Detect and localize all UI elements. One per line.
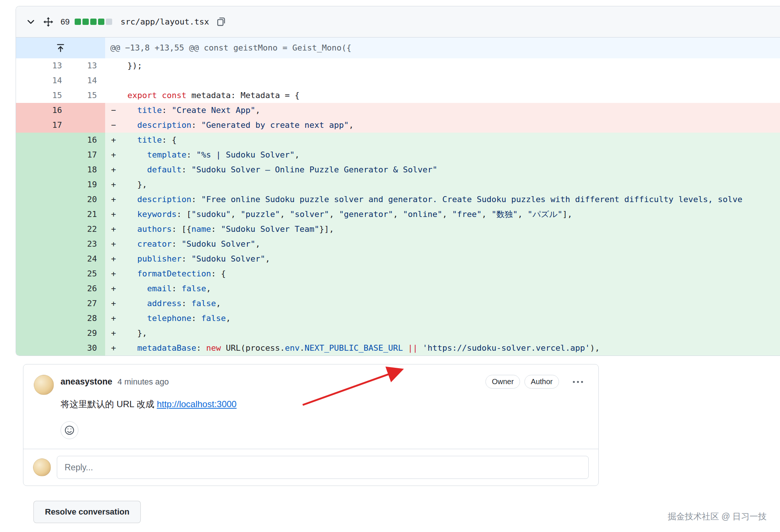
- code-line: keywords: ["sudoku", "puzzle", "solver",…: [127, 207, 780, 222]
- diff-card: 69 src/app/layout.tsx @@ −13,8 +13,55 @@…: [16, 6, 780, 356]
- diff-marker: +: [105, 222, 127, 237]
- diff-row[interactable]: 18+ default: "Sudoku Solver – Online Puz…: [16, 162, 780, 177]
- code-line: metadataBase: new URL(process.env.NEXT_P…: [127, 341, 780, 356]
- diff-row[interactable]: 16+ title: {: [16, 133, 780, 147]
- old-line-number: [16, 192, 72, 207]
- diff-row[interactable]: 22+ authors: [{name: "Sudoku Solver Team…: [16, 222, 780, 237]
- new-line-number: 18: [72, 162, 105, 177]
- old-line-number: [16, 237, 72, 252]
- smiley-icon: [64, 425, 75, 435]
- new-line-number: 26: [72, 281, 105, 296]
- code-line: description: "Free online Sudoku puzzle …: [127, 192, 780, 207]
- diff-marker: +: [105, 266, 127, 281]
- diffstat-square: [75, 19, 81, 25]
- chevron-down-icon: [26, 17, 35, 26]
- new-line-number: 25: [72, 266, 105, 281]
- diff-row[interactable]: 27+ address: false,: [16, 296, 780, 311]
- old-line-number: [16, 281, 72, 296]
- diff-row[interactable]: 25+ formatDetection: {: [16, 266, 780, 281]
- new-line-number: 22: [72, 222, 105, 237]
- comment-badges: OwnerAuthor: [485, 375, 559, 389]
- reply-input[interactable]: [57, 456, 589, 479]
- diff-marker: +: [105, 281, 127, 296]
- reply-section: [23, 449, 598, 486]
- hunk-header-row: @@ −13,8 +13,55 @@ const geistMono = Gei…: [16, 38, 780, 58]
- comment-author[interactable]: aneasystone: [61, 377, 112, 387]
- new-line-number: 29: [72, 326, 105, 341]
- diff-row[interactable]: 30+ metadataBase: new URL(process.env.NE…: [16, 341, 780, 356]
- comment-timestamp[interactable]: 4 minutes ago: [117, 377, 169, 387]
- collapse-file-button[interactable]: [26, 17, 36, 27]
- page: 69 src/app/layout.tsx @@ −13,8 +13,55 @@…: [0, 0, 780, 532]
- add-reaction-button[interactable]: [61, 421, 78, 439]
- comment: aneasystone 4 minutes ago OwnerAuthor 将这…: [23, 364, 598, 449]
- badge-owner: Owner: [485, 375, 520, 389]
- move-arrows-icon: [43, 17, 53, 27]
- diff-row[interactable]: 26+ email: false,: [16, 281, 780, 296]
- code-line: email: false,: [127, 281, 780, 296]
- old-line-number: [16, 311, 72, 326]
- diff-row[interactable]: 21+ keywords: ["sudoku", "puzzle", "solv…: [16, 207, 780, 222]
- old-line-number: [16, 222, 72, 237]
- diff-marker: +: [105, 177, 127, 192]
- new-line-number: 15: [72, 88, 105, 103]
- diff-row[interactable]: 1313});: [16, 58, 780, 73]
- old-line-number: [16, 266, 72, 281]
- old-line-number: [16, 133, 72, 147]
- diff-row[interactable]: 17+ template: "%s | Sudoku Solver",: [16, 147, 780, 162]
- kebab-menu-button[interactable]: [569, 379, 587, 385]
- diff-row[interactable]: 29+ },: [16, 326, 780, 341]
- diff-row[interactable]: 19+ },: [16, 177, 780, 192]
- new-line-number: 20: [72, 192, 105, 207]
- expand-hunk-button[interactable]: [16, 38, 105, 58]
- code-line: publisher: "Sudoku Solver",: [127, 252, 780, 266]
- copy-path-button[interactable]: [216, 16, 227, 27]
- old-line-number: [16, 207, 72, 222]
- diff-row[interactable]: 23+ creator: "Sudoku Solver",: [16, 237, 780, 252]
- comment-body: 将这里默认的 URL 改成 http://localhost:3000: [61, 398, 587, 411]
- code-line: [127, 73, 780, 88]
- code-line: });: [127, 58, 780, 73]
- comment-text: 将这里默认的 URL 改成: [61, 399, 157, 409]
- hunk-header-text: @@ −13,8 +13,55 @@ const geistMono = Gei…: [105, 38, 780, 58]
- diff-row[interactable]: 17− description: "Generated by create ne…: [16, 118, 780, 133]
- diff-marker: [105, 58, 127, 73]
- old-line-number: [16, 296, 72, 311]
- code-line: creator: "Sudoku Solver",: [127, 237, 780, 252]
- new-line-number: 30: [72, 341, 105, 356]
- diff-row[interactable]: 16− title: "Create Next App",: [16, 103, 780, 118]
- old-line-number: 14: [16, 73, 72, 88]
- comment-link[interactable]: http://localhost:3000: [157, 399, 237, 409]
- move-icon[interactable]: [43, 16, 54, 27]
- diffstat: 69: [61, 17, 112, 27]
- new-line-number: 24: [72, 252, 105, 266]
- new-line-number: 19: [72, 177, 105, 192]
- diffstat-square: [106, 19, 112, 25]
- diffstat-count: 69: [61, 17, 69, 27]
- expand-up-icon: [56, 43, 65, 53]
- diff-marker: +: [105, 252, 127, 266]
- new-line-number: 27: [72, 296, 105, 311]
- diffstat-square: [82, 19, 89, 25]
- diff-row[interactable]: 24+ publisher: "Sudoku Solver",: [16, 252, 780, 266]
- diff-marker: +: [105, 237, 127, 252]
- diff-row[interactable]: 1515export const metadata: Metadata = {: [16, 88, 780, 103]
- diff-marker: [105, 73, 127, 88]
- old-line-number: [16, 147, 72, 162]
- old-line-number: 13: [16, 58, 72, 73]
- diff-row[interactable]: 20+ description: "Free online Sudoku puz…: [16, 192, 780, 207]
- resolve-conversation-button[interactable]: Resolve conversation: [33, 501, 141, 523]
- new-line-number: 13: [72, 58, 105, 73]
- code-line: description: "Generated by create next a…: [127, 118, 780, 133]
- diff-row[interactable]: 1414: [16, 73, 780, 88]
- badge-author: Author: [524, 375, 559, 389]
- diffstat-square: [90, 19, 97, 25]
- code-line: template: "%s | Sudoku Solver",: [127, 147, 780, 162]
- diff-marker: +: [105, 207, 127, 222]
- code-line: },: [127, 326, 780, 341]
- new-line-number: [72, 118, 105, 133]
- diff-row[interactable]: 28+ telephone: false,: [16, 311, 780, 326]
- code-line: telephone: false,: [127, 311, 780, 326]
- diff-marker: +: [105, 192, 127, 207]
- diffstat-square: [98, 19, 104, 25]
